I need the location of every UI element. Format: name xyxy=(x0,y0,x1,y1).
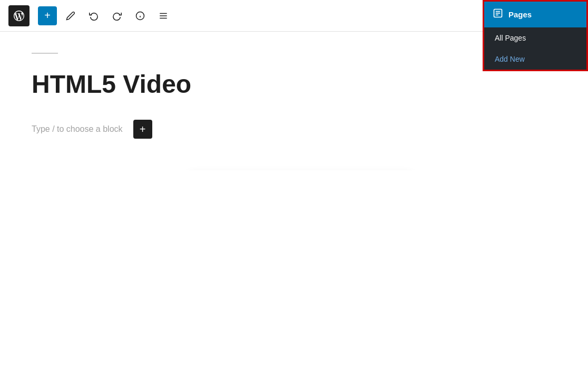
page-title: HTML5 Video xyxy=(32,70,556,99)
list-view-icon xyxy=(159,11,168,21)
top-line-decoration xyxy=(32,53,58,54)
pages-panel: Pages All Pages Add New xyxy=(483,0,588,71)
pages-panel-header[interactable]: Pages xyxy=(484,2,586,27)
pages-panel-title: Pages xyxy=(508,10,532,19)
block-placeholder: Type / to choose a block + xyxy=(32,120,556,139)
undo-button[interactable] xyxy=(84,6,103,25)
redo-button[interactable] xyxy=(107,6,126,25)
redo-icon xyxy=(112,11,122,21)
edit-mode-button[interactable] xyxy=(61,6,80,25)
add-block-toolbar-button[interactable]: + xyxy=(38,6,57,25)
info-icon xyxy=(135,11,145,21)
pages-panel-icon xyxy=(493,8,503,21)
add-block-inline-button[interactable]: + xyxy=(133,120,152,139)
pencil-icon xyxy=(66,11,75,21)
wp-logo-icon[interactable] xyxy=(8,5,30,26)
add-new-page-link[interactable]: Add New xyxy=(484,49,586,70)
list-view-button[interactable] xyxy=(154,6,173,25)
placeholder-text: Type / to choose a block xyxy=(32,124,123,134)
wordpress-icon xyxy=(13,9,25,22)
all-pages-link[interactable]: All Pages xyxy=(484,27,586,49)
info-button[interactable] xyxy=(131,6,150,25)
undo-icon xyxy=(89,11,99,21)
